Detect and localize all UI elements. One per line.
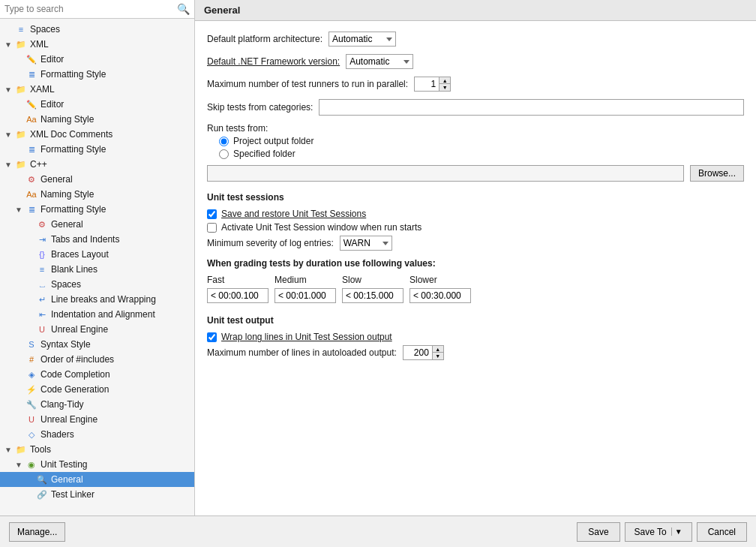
max-lines-value[interactable]	[404, 346, 432, 359]
toggle-xaml: ▼	[3, 84, 14, 95]
naming-cpp-icon: Aa	[26, 188, 38, 200]
browse-button[interactable]: Browse...	[690, 165, 744, 182]
slower-input[interactable]	[410, 288, 471, 303]
folder-xmldoc-icon: 📁	[15, 128, 27, 140]
sidebar-item-cpp-formatting[interactable]: ▼ ≣ Formatting Style	[0, 202, 194, 217]
sidebar-label-cpp-fmt-general: General	[51, 219, 83, 230]
sidebar-item-cpp-unreal[interactable]: ▶ U Unreal Engine	[0, 412, 194, 427]
sidebar-item-cpp-blank[interactable]: ▶ ≡ Blank Lines	[0, 262, 194, 277]
sidebar-item-cpp[interactable]: ▼ 📁 C++	[0, 157, 194, 172]
sidebar-item-xml[interactable]: ▼ 📁 XML	[0, 37, 194, 52]
unreal-fmt-icon: U	[36, 323, 48, 335]
medium-input[interactable]	[274, 288, 336, 303]
sidebar-item-unit-testing[interactable]: ▼ ◉ Unit Testing	[0, 457, 194, 472]
sidebar-label-xaml-naming: Naming Style	[40, 114, 94, 125]
sidebar-label-unit-testing: Unit Testing	[40, 459, 87, 470]
folder-xaml-icon: 📁	[15, 83, 27, 95]
wrap-long-checkbox[interactable]	[207, 332, 217, 342]
sidebar-item-cpp-completion[interactable]: ▶ ◈ Code Completion	[0, 367, 194, 382]
sidebar-item-cpp-braces[interactable]: ▶ {} Braces Layout	[0, 247, 194, 262]
skip-categories-row: Skip tests from categories:	[207, 99, 744, 116]
spinner-up[interactable]: ▲	[440, 77, 450, 84]
fast-header: Fast	[207, 273, 274, 287]
search-input[interactable]	[4, 4, 174, 14]
sidebar-label-xmldoc: XML Doc Comments	[30, 129, 112, 140]
max-runners-value[interactable]	[415, 77, 439, 91]
folder-row: Browse...	[207, 165, 744, 182]
sidebar-item-cpp-naming[interactable]: ▶ Aa Naming Style	[0, 187, 194, 202]
manage-button[interactable]: Manage...	[9, 522, 65, 542]
content-header: General	[195, 0, 756, 21]
severity-dropdown[interactable]: TRACE DEBUG INFO WARN ERROR	[340, 236, 392, 251]
max-runners-row: Maximum number of test runners to run in…	[207, 77, 744, 92]
completion-icon: ◈	[26, 368, 38, 380]
sidebar-item-cpp-fmt-general[interactable]: ▶ ⚙ General	[0, 217, 194, 232]
radio-specified[interactable]	[219, 149, 229, 159]
includes-icon: #	[26, 353, 38, 365]
max-lines-down[interactable]: ▼	[433, 353, 443, 359]
run-tests-section: Run tests from: Project output folder Sp…	[207, 123, 744, 159]
sidebar-item-cpp-spaces[interactable]: ▶ ⎵ Spaces	[0, 277, 194, 292]
spinner-down[interactable]: ▼	[440, 84, 450, 91]
sidebar-item-cpp-clang[interactable]: ▶ 🔧 Clang-Tidy	[0, 397, 194, 412]
search-bar: 🔍	[0, 0, 194, 19]
sidebar-item-cpp-fmt-unreal[interactable]: ▶ U Unreal Engine	[0, 322, 194, 337]
format-xml-icon: ≣	[26, 68, 38, 80]
sidebar-label-spaces: Spaces	[30, 24, 60, 35]
sidebar-label-cpp-naming: Naming Style	[40, 189, 94, 200]
sidebar-item-xmldoc[interactable]: ▼ 📁 XML Doc Comments	[0, 127, 194, 142]
sidebar-item-xaml[interactable]: ▼ 📁 XAML	[0, 82, 194, 97]
sidebar-label-xml: XML	[30, 39, 49, 50]
sidebar-label-xml-formatting: Formatting Style	[40, 69, 106, 80]
spaces-icon2: ⎵	[36, 278, 48, 290]
sidebar-item-xmldoc-formatting[interactable]: ▶ ≣ Formatting Style	[0, 142, 194, 157]
sidebar-item-xaml-naming[interactable]: ▶ Aa Naming Style	[0, 112, 194, 127]
max-runners-spinner: ▲ ▼	[414, 77, 451, 92]
editor-xml-icon: ✏️	[26, 53, 38, 65]
save-button[interactable]: Save	[577, 522, 620, 542]
sidebar-label-cpp-general: General	[40, 174, 73, 185]
sidebar-item-xml-formatting[interactable]: ▶ ≣ Formatting Style	[0, 67, 194, 82]
general-cpp-icon: ⚙	[26, 173, 38, 185]
slow-input[interactable]	[342, 288, 404, 303]
fast-input[interactable]	[207, 288, 268, 303]
max-lines-spinner-buttons: ▲ ▼	[432, 346, 443, 359]
sidebar-item-cpp-general[interactable]: ▶ ⚙ General	[0, 172, 194, 187]
slower-header: Slower	[410, 273, 477, 287]
sidebar-item-cpp-syntax[interactable]: ▶ S Syntax Style	[0, 337, 194, 352]
bottom-right: Save Save To ▼ Cancel	[577, 522, 747, 542]
grading-title: When grading tests by duration use follo…	[207, 258, 744, 269]
sidebar-label-cpp-unreal: Unreal Engine	[40, 414, 98, 425]
platform-dropdown[interactable]: Automatic x86 x64	[328, 32, 396, 47]
sidebar-item-spaces[interactable]: ▶ ≡ Spaces	[0, 22, 194, 37]
naming-xaml-icon: Aa	[26, 113, 38, 125]
wrap-long-label-text: Wrap long lines in Unit Test Session out…	[221, 332, 392, 342]
folder-input[interactable]	[207, 165, 684, 182]
syntax-icon: S	[26, 338, 38, 350]
max-lines-row: Maximum number of lines in autoloaded ou…	[207, 345, 744, 360]
radio-project[interactable]	[219, 137, 229, 146]
skip-categories-input[interactable]	[319, 99, 744, 116]
sidebar-item-cpp-tabs[interactable]: ▶ ⇥ Tabs and Indents	[0, 232, 194, 247]
sidebar-item-general[interactable]: ▶ 🔍 General	[0, 472, 194, 487]
test-linker-icon: 🔗	[36, 488, 48, 500]
sidebar-item-cpp-linebreaks[interactable]: ▶ ↵ Line breaks and Wrapping	[0, 292, 194, 307]
sidebar-item-cpp-shaders[interactable]: ▶ ◇ Shaders	[0, 427, 194, 442]
clang-icon: 🔧	[26, 398, 38, 410]
editor-xaml-icon: ✏️	[26, 98, 38, 110]
sidebar-item-tools[interactable]: ▼ 📁 Tools	[0, 442, 194, 457]
sidebar-item-xml-editor[interactable]: ▶ ✏️ Editor	[0, 52, 194, 67]
save-to-button[interactable]: Save To ▼	[625, 522, 692, 542]
sidebar-item-xaml-editor[interactable]: ▶ ✏️ Editor	[0, 97, 194, 112]
sidebar-item-cpp-includes[interactable]: ▶ # Order of #includes	[0, 352, 194, 367]
sidebar-item-test-linker[interactable]: ▶ 🔗 Test Linker	[0, 487, 194, 502]
activate-window-checkbox[interactable]	[207, 223, 217, 233]
save-restore-checkbox[interactable]	[207, 209, 217, 219]
max-lines-up[interactable]: ▲	[433, 346, 443, 353]
sidebar-item-cpp-indent[interactable]: ▶ ⇤ Indentation and Alignment	[0, 307, 194, 322]
general-fmt-icon: ⚙	[36, 218, 48, 230]
net-dropdown[interactable]: Automatic 4.8 6.0	[346, 54, 413, 69]
run-tests-label: Run tests from:	[207, 123, 268, 134]
sidebar-item-cpp-codegen[interactable]: ▶ ⚡ Code Generation	[0, 382, 194, 397]
cancel-button[interactable]: Cancel	[697, 522, 747, 542]
